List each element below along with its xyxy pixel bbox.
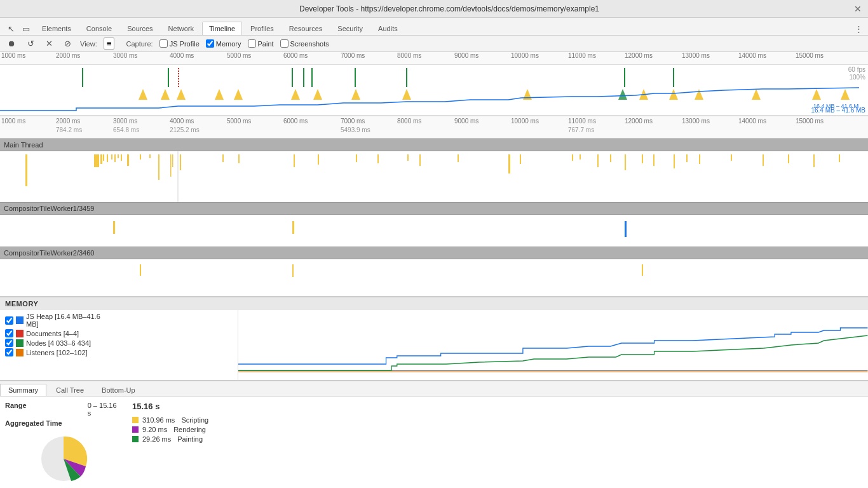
svg-rect-53 [458, 154, 459, 162]
svg-marker-12 [177, 89, 186, 100]
svg-marker-24 [752, 89, 761, 100]
paint-checkbox[interactable]: Paint [248, 39, 274, 48]
memory-legend: JS Heap [16.4 MB–41.6 MB] Documents [4–4… [0, 310, 111, 380]
svg-rect-33 [107, 154, 108, 162]
js-profile-checkbox[interactable]: JS Profile [159, 39, 200, 48]
js-profile-input[interactable] [159, 39, 168, 48]
refresh-record-button[interactable]: ↺ [25, 37, 37, 50]
svg-rect-32 [103, 154, 104, 161]
screenshots-input[interactable] [280, 39, 288, 48]
tab-console[interactable]: Console [79, 22, 119, 35]
rendering-entry: 9.20 ms Rendering [132, 426, 863, 433]
svg-rect-63 [674, 154, 675, 168]
paint-input[interactable] [248, 39, 256, 48]
ruler2-10: 11000 ms [568, 118, 596, 125]
svg-marker-18 [402, 89, 411, 100]
timeline-ruler2: 1000 ms 2000 ms 784.2 ms 3000 ms 654.8 m… [0, 116, 868, 139]
ruler-tick-12: 13000 ms [682, 52, 710, 59]
svg-marker-16 [313, 89, 322, 100]
memory-label: Memory [216, 40, 241, 48]
svg-rect-56 [572, 154, 573, 161]
legend-jsheap: JS Heap [16.4 MB–41.6 MB] [5, 313, 105, 328]
pointer-icon[interactable]: ↖ [5, 23, 17, 35]
svg-rect-51 [407, 154, 409, 161]
svg-marker-26 [841, 89, 850, 100]
tab-network[interactable]: Network [161, 22, 201, 35]
svg-marker-23 [695, 89, 703, 100]
ruler-tick-8: 9000 ms [454, 52, 478, 59]
ruler2-10-sub: 767.7 ms [568, 126, 594, 133]
svg-rect-67 [763, 154, 764, 166]
listeners-color [16, 349, 24, 356]
range-value: 0 – 15.16 s [88, 402, 122, 417]
memory-checkbox[interactable]: Memory [206, 39, 241, 48]
svg-rect-72 [292, 221, 294, 234]
svg-rect-60 [625, 154, 626, 170]
svg-rect-39 [140, 154, 141, 159]
capture-label: Capture: [126, 40, 153, 48]
svg-rect-36 [118, 154, 119, 158]
nodes-checkbox[interactable] [5, 339, 13, 347]
svg-marker-13 [215, 89, 224, 100]
clear-button[interactable]: ✕ [43, 37, 55, 50]
tab-security[interactable]: Security [330, 22, 370, 35]
documents-color [16, 330, 24, 337]
screenshots-checkbox[interactable]: Screenshots [280, 39, 329, 48]
svg-marker-20 [618, 89, 627, 100]
tab-profiles[interactable]: Profiles [243, 22, 281, 35]
compositor1-content [0, 215, 868, 247]
svg-rect-35 [114, 154, 116, 162]
thread-area[interactable]: Main Thread [0, 139, 868, 296]
tab-audits[interactable]: Audits [371, 22, 405, 35]
paint-label: Paint [258, 40, 274, 48]
svg-rect-66 [731, 154, 732, 161]
documents-checkbox[interactable] [5, 329, 13, 337]
summary-left: Range 0 – 15.16 s Aggregated Time [0, 396, 127, 488]
painting-entry: 29.26 ms Painting [132, 435, 863, 443]
listeners-checkbox[interactable] [5, 348, 13, 356]
js-profile-label: JS Profile [170, 40, 200, 48]
svg-rect-76 [642, 264, 643, 276]
screenshots-label: Screenshots [290, 40, 329, 48]
scripting-swatch [132, 417, 139, 423]
ruler2-14: 15000 ms [796, 118, 824, 125]
painting-swatch [132, 436, 139, 442]
bottom-tabs: Summary Call Tree Bottom-Up [0, 381, 868, 396]
timeline-overview[interactable]: 60 fps 100% 16.4 MB – 41.6 MB [0, 65, 868, 116]
tab-elements[interactable]: Elements [35, 22, 78, 35]
tab-summary[interactable]: Summary [0, 384, 46, 396]
ruler2-3-sub: 2125.2 ms [170, 126, 200, 133]
capture-bar: ⏺ ↺ ✕ ⊘ View: ≡ Capture: JS Profile Memo… [0, 36, 868, 52]
overview-svg: 16.4 MB – 41.6 MB [0, 65, 859, 116]
ruler-tick-7: 8000 ms [397, 52, 421, 59]
legend-nodes: Nodes [4 033–6 434] [5, 339, 105, 347]
total-time: 15.16 s [132, 402, 863, 411]
svg-rect-34 [111, 154, 112, 159]
memory-input[interactable] [206, 39, 214, 48]
svg-marker-15 [291, 89, 300, 100]
tab-resources[interactable]: Resources [282, 22, 330, 35]
ruler2-1: 2000 ms [56, 118, 80, 125]
svg-rect-46 [238, 154, 240, 163]
filter-button[interactable]: ⊘ [62, 37, 74, 50]
view-mode-button[interactable]: ≡ [104, 37, 115, 50]
nav-tabs: Elements Console Sources Network Timelin… [35, 22, 852, 35]
tab-bottom-up[interactable]: Bottom-Up [93, 384, 144, 396]
ruler-tick-10: 11000 ms [568, 52, 596, 59]
main-thread-header: Main Thread [0, 139, 868, 151]
svg-rect-59 [610, 154, 611, 162]
jsheap-checkbox[interactable] [5, 316, 13, 325]
record-button[interactable]: ⏺ [5, 37, 18, 50]
more-tabs-button[interactable]: ⋮ [852, 23, 865, 35]
ruler-tick-3: 4000 ms [170, 52, 194, 59]
tab-call-tree[interactable]: Call Tree [48, 384, 92, 396]
ruler-tick-4: 5000 ms [227, 52, 251, 59]
tab-timeline[interactable]: Timeline [202, 22, 242, 35]
ruler2-7: 8000 ms [397, 118, 421, 125]
tab-sources[interactable]: Sources [120, 22, 159, 35]
svg-marker-22 [669, 89, 678, 100]
svg-rect-41 [158, 154, 159, 180]
mobile-icon[interactable]: ▭ [20, 23, 32, 35]
svg-rect-38 [127, 154, 129, 166]
close-button[interactable]: ✕ [854, 4, 862, 14]
